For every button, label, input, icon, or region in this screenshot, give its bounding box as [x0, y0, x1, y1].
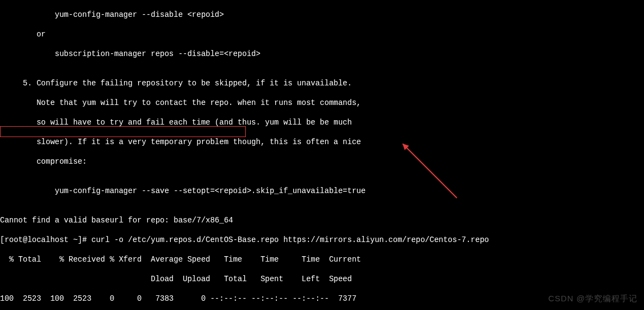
output-line: slower). If it is a very temporary probl… [0, 137, 644, 147]
prompt-line: [root@localhost ~]# curl -o /etc/yum.rep… [0, 235, 644, 245]
output-line: Dload Upload Total Spent Left Speed [0, 274, 644, 284]
output-line: yum-config-manager --save --setopt=<repo… [0, 186, 644, 196]
output-line: yum-config-manager --disable <repoid> [0, 10, 644, 20]
output-line: % Total % Received % Xferd Average Speed… [0, 255, 644, 264]
terminal-output: yum-config-manager --disable <repoid> or… [0, 0, 644, 310]
output-line: 100 2523 100 2523 0 0 7383 0 --:--:-- --… [0, 294, 644, 303]
output-line: 5. Configure the failing repository to b… [0, 78, 644, 88]
output-line: Note that yum will try to contact the re… [0, 98, 644, 108]
error-line: Cannot find a valid baseurl for repo: ba… [0, 215, 644, 225]
output-line: compromise: [0, 157, 644, 166]
output-line: or [0, 29, 644, 39]
output-line: so will have to try and fail each time (… [0, 117, 644, 127]
output-line: subscription-manager repos --disable=<re… [0, 49, 644, 59]
